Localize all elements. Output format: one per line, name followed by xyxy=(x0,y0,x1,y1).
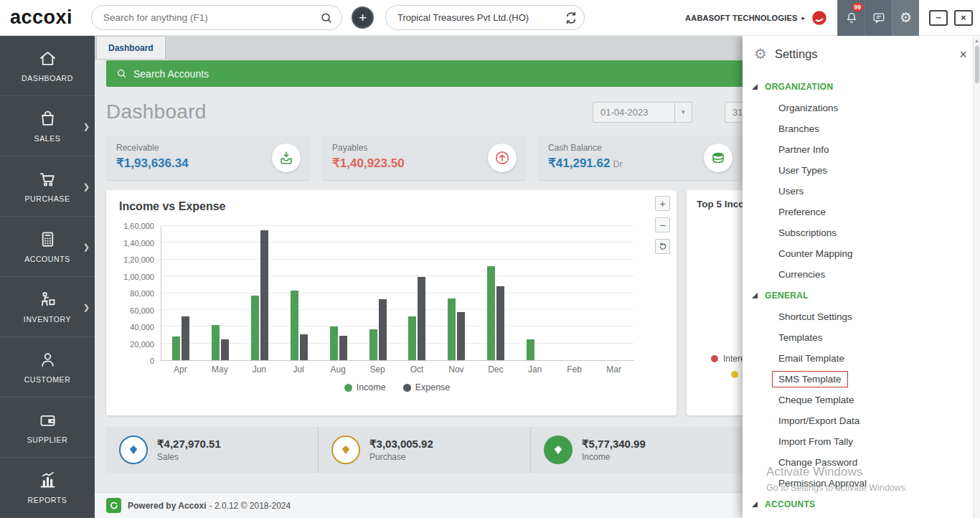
settings-section-general[interactable]: GENERAL xyxy=(743,285,973,306)
chart-title: Income vs Expense xyxy=(119,200,664,213)
switch-company-icon[interactable] xyxy=(564,11,578,25)
settings-item-user-types[interactable]: User Types xyxy=(743,160,973,181)
zoom-in-button[interactable]: + xyxy=(655,196,670,211)
bar-group xyxy=(319,226,358,360)
sidebar-item-customer[interactable]: CUSTOMER xyxy=(0,337,95,397)
zoom-out-button[interactable]: − xyxy=(655,217,670,232)
bar-income-jan[interactable] xyxy=(527,339,534,360)
app-window: accoxi + Tropical Treasures Pvt Ltd.(HO)… xyxy=(0,0,980,518)
settings-item-currencies[interactable]: Currencies xyxy=(743,264,973,285)
home-icon xyxy=(38,49,57,68)
topbar-icon-cluster: 99 ⚙ xyxy=(837,0,919,36)
bar-expense-aug[interactable] xyxy=(339,336,347,360)
tab-dashboard[interactable]: Dashboard xyxy=(96,36,166,59)
bar-income-dec[interactable] xyxy=(487,266,495,360)
notifications-button[interactable]: 99 xyxy=(837,0,864,36)
bar-expense-sep[interactable] xyxy=(379,299,387,360)
income-vs-expense-card: Income vs Expense + − 1,60,0001,40,0001,… xyxy=(106,190,677,415)
bar-expense-jun[interactable] xyxy=(260,230,268,360)
settings-item-templates[interactable]: Templates xyxy=(743,327,973,348)
settings-item-partner-info[interactable]: Partner Info xyxy=(743,139,973,160)
bar-income-jun[interactable] xyxy=(251,296,259,360)
x-tick-label: Sep xyxy=(358,364,397,375)
close-window-button[interactable]: × xyxy=(954,10,973,26)
chevron-down-icon[interactable]: ▼ xyxy=(674,103,692,122)
settings-section-accounts[interactable]: ACCOUNTS xyxy=(743,494,973,515)
bar-income-aug[interactable] xyxy=(330,326,338,360)
search-icon[interactable] xyxy=(320,11,333,24)
org-name[interactable]: AABASOFT TECHNOLOGIES xyxy=(685,14,797,22)
date-from-input[interactable]: 01-04-2023 ▼ xyxy=(593,102,692,123)
bar-expense-dec[interactable] xyxy=(496,286,504,360)
scroll-up-icon[interactable]: ▲ xyxy=(974,36,980,44)
settings-item-counter-mapping[interactable]: Counter Mapping xyxy=(743,243,973,264)
purchase-stat-icon xyxy=(331,435,360,464)
sidebar-item-reports[interactable]: REPORTS xyxy=(0,458,95,518)
search-input[interactable] xyxy=(103,12,320,23)
bar-income-may[interactable] xyxy=(212,325,220,360)
sidebar-item-supplier[interactable]: SUPPLIER xyxy=(0,397,95,458)
settings-item-shortcut-settings[interactable]: Shortcut Settings xyxy=(743,306,973,327)
bar-income-nov[interactable] xyxy=(448,298,456,360)
settings-item-change-password[interactable]: Change Password xyxy=(743,452,973,473)
stat-label: Income xyxy=(582,452,646,462)
settings-item-email-template[interactable]: Email Template xyxy=(743,348,973,369)
bar-income-sep[interactable] xyxy=(369,329,377,360)
bar-income-oct[interactable] xyxy=(408,316,416,360)
topbar-right: AABASOFT TECHNOLOGIES ▸ 99 ⚙ − × xyxy=(685,0,980,36)
settings-item-voucher-settings[interactable]: Voucher Settings xyxy=(743,515,973,518)
chevron-right-icon: ❯ xyxy=(83,242,90,251)
legend-item-income: Income xyxy=(344,382,386,392)
settings-item-cheque-template[interactable]: Cheque Template xyxy=(743,390,973,410)
settings-item-users[interactable]: Users xyxy=(743,181,973,202)
bar-group xyxy=(476,226,516,360)
bar-expense-apr[interactable] xyxy=(182,316,189,360)
sidebar-item-accounts[interactable]: ACCOUNTS ❯ xyxy=(0,217,95,277)
stat-label: Purchase xyxy=(369,452,433,462)
notification-badge: 99 xyxy=(852,3,863,11)
bar-expense-nov[interactable] xyxy=(457,312,465,360)
bar-group xyxy=(358,226,397,360)
scrollbar-thumb[interactable] xyxy=(975,46,979,83)
page-title: Dashboard xyxy=(106,100,207,123)
settings-item-import-from-tally[interactable]: Import From Tally xyxy=(743,431,973,452)
add-new-button[interactable]: + xyxy=(352,6,374,29)
card-label: Cash Balance xyxy=(548,143,732,153)
global-search[interactable] xyxy=(91,5,342,30)
collapse-icon xyxy=(752,84,758,90)
settings-section-organization[interactable]: ORGANIZATION xyxy=(743,76,973,98)
sidebar-item-label: PURCHASE xyxy=(24,194,70,203)
bar-expense-jul[interactable] xyxy=(300,334,308,360)
settings-item-preference[interactable]: Preference xyxy=(743,202,973,222)
sidebar-item-purchase[interactable]: PURCHASE ❯ xyxy=(0,156,95,217)
feedback-button[interactable] xyxy=(864,0,892,36)
cash-balance-card: Cash Balance ₹41,291.62Dr xyxy=(538,136,742,180)
company-selector[interactable]: Tropical Treasures Pvt Ltd.(HO) xyxy=(385,5,585,30)
settings-item-permission-approval[interactable]: Permission Approval xyxy=(743,473,973,494)
receivable-icon xyxy=(272,143,301,172)
settings-scrollbar[interactable]: ▲ xyxy=(973,36,980,518)
x-tick-label: Aug xyxy=(319,364,358,375)
x-tick-label: May xyxy=(200,364,240,375)
settings-item-subscriptions[interactable]: Subscriptions xyxy=(743,222,973,243)
settings-button[interactable]: ⚙ xyxy=(892,0,919,36)
settings-item-import-export-data[interactable]: Import/Export Data xyxy=(743,410,973,431)
bar-expense-oct[interactable] xyxy=(418,277,425,360)
cash-coins-icon xyxy=(704,143,732,172)
card-suffix: Dr xyxy=(613,159,622,169)
search-accounts-label: Search Accounts xyxy=(133,68,209,80)
sidebar-item-dashboard[interactable]: DASHBOARD xyxy=(0,36,95,96)
sidebar-item-sales[interactable]: SALES ❯ xyxy=(0,96,95,156)
sidebar-item-inventory[interactable]: INVENTORY ❯ xyxy=(0,277,95,337)
minimize-button[interactable]: − xyxy=(929,10,948,26)
sidebar: DASHBOARD SALES ❯ PURCHASE ❯ ACCOUNTS ❯ … xyxy=(0,36,95,518)
settings-item-organizations[interactable]: Organizations xyxy=(743,98,973,118)
bar-income-jul[interactable] xyxy=(291,291,298,360)
settings-item-sms-template[interactable]: SMS Template xyxy=(743,369,973,390)
close-icon[interactable]: × xyxy=(959,47,967,61)
card-label: Payables xyxy=(332,143,516,153)
bar-expense-may[interactable] xyxy=(221,339,229,360)
bar-income-apr[interactable] xyxy=(172,336,180,360)
refresh-button[interactable] xyxy=(655,239,670,254)
settings-item-branches[interactable]: Branches xyxy=(743,118,973,139)
